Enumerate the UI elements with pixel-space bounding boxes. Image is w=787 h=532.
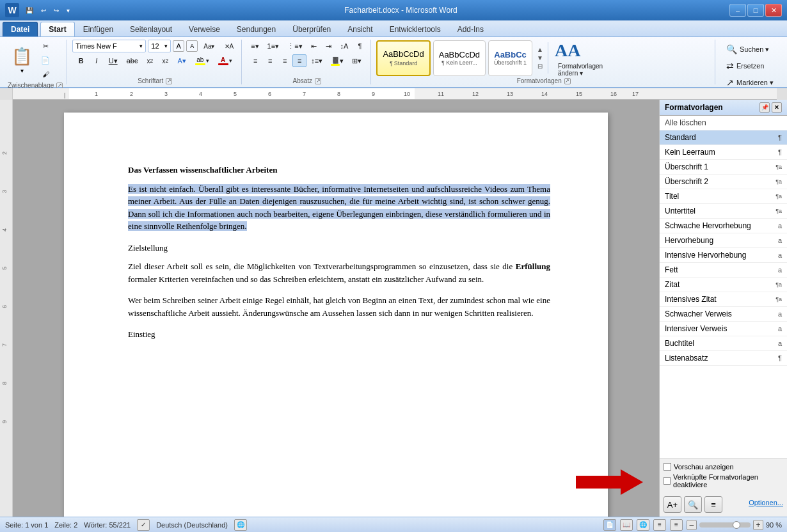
minimize-btn[interactable]: – xyxy=(729,4,746,17)
panel-close-btn[interactable]: ✕ xyxy=(772,102,782,113)
format-item-schwacher-verweis[interactable]: Schwacher Verweis a xyxy=(660,307,787,322)
tab-start[interactable]: Start xyxy=(40,22,74,36)
markieren-btn[interactable]: ↗ Markieren ▾ xyxy=(720,75,779,90)
tab-datei[interactable]: Datei xyxy=(3,22,38,36)
ruler-main[interactable]: | 1 2 3 4 5 6 7 8 9 10 11 12 13 14 15 16… xyxy=(13,88,777,100)
fmt-scroll-up[interactable]: ▲ xyxy=(537,46,543,53)
format-item-zitat[interactable]: Zitat ¶a xyxy=(660,278,787,292)
tab-einfuegen[interactable]: Einfügen xyxy=(75,22,122,36)
font-case-btn[interactable]: Aa▾ xyxy=(200,40,218,52)
view-read-btn[interactable]: 📖 xyxy=(620,519,633,531)
panel-pin-btn[interactable]: 📌 xyxy=(759,102,770,113)
zoom-minus-btn[interactable]: – xyxy=(687,520,697,530)
copy-button[interactable]: 📄 xyxy=(37,54,54,66)
italic-button[interactable]: I xyxy=(90,54,104,67)
zoom-plus-btn[interactable]: + xyxy=(753,520,763,530)
save-quick-btn[interactable]: 💾 xyxy=(23,6,36,15)
vorschau-checkbox[interactable] xyxy=(664,463,671,471)
maximize-btn[interactable]: □ xyxy=(747,4,764,17)
new-format-btn[interactable]: A+ xyxy=(664,496,681,513)
subscript-button[interactable]: x2 xyxy=(143,54,157,67)
align-right-btn[interactable]: ≡ xyxy=(278,54,292,67)
pilcrow-btn[interactable]: ¶ xyxy=(353,40,367,52)
indent-decrease-btn[interactable]: ⇤ xyxy=(307,40,321,52)
format-item-titel[interactable]: Titel ¶a xyxy=(660,189,787,204)
align-left-btn[interactable]: ≡ xyxy=(248,54,262,67)
format-item-buchtitel[interactable]: Buchtitel a xyxy=(660,336,787,351)
language-btn[interactable]: 🌐 xyxy=(234,519,247,531)
format-item-intensives-zitat[interactable]: Intensives Zitat ¶a xyxy=(660,292,787,307)
view-print-btn[interactable]: 📄 xyxy=(603,519,616,531)
strikethrough-button[interactable]: abc xyxy=(123,54,142,67)
font-grow-btn[interactable]: A xyxy=(173,40,184,52)
font-clear-btn[interactable]: ✕A xyxy=(221,40,238,52)
schriftart-expander[interactable]: ↗ xyxy=(166,78,172,84)
fmt-expand[interactable]: ⊟ xyxy=(537,63,543,70)
undo-quick-btn[interactable]: ↩ xyxy=(38,6,49,15)
customize-quick-btn[interactable]: ▾ xyxy=(64,6,72,15)
suchen-btn[interactable]: 🔍 Suchen ▾ xyxy=(720,42,775,56)
format-scroll-btns[interactable]: ▲ ▼ ⊟ xyxy=(535,46,545,70)
verknuepfte-checkbox-row[interactable]: Verknüpfte Formatvorlagen deaktiviere xyxy=(664,473,783,489)
format-item-fett[interactable]: Fett a xyxy=(660,263,787,278)
text-effect-btn[interactable]: A▾ xyxy=(173,54,189,67)
format-item-untertitel[interactable]: Untertitel ¶a xyxy=(660,204,787,219)
font-name-select[interactable]: Times New F ▾ xyxy=(72,40,146,52)
fmt-scroll-down[interactable]: ▼ xyxy=(537,54,543,61)
indent-increase-btn[interactable]: ⇥ xyxy=(322,40,336,52)
align-center-btn[interactable]: ≡ xyxy=(263,54,277,67)
tab-seitenlayout[interactable]: Seitenlayout xyxy=(122,22,180,36)
tab-ansicht[interactable]: Ansicht xyxy=(339,22,381,36)
tab-entwicklertools[interactable]: Entwicklertools xyxy=(381,22,449,36)
document-area[interactable]: Das Verfassen wissenschaftlicher Arbeite… xyxy=(13,100,659,517)
list-bullet-btn[interactable]: ≡▾ xyxy=(247,40,262,52)
format-alle-loschen[interactable]: Alle löschen xyxy=(660,116,787,130)
zoom-thumb[interactable] xyxy=(733,521,740,529)
format-item-schwache-herv[interactable]: Schwache Hervorhebung a xyxy=(660,219,787,233)
close-btn[interactable]: ✕ xyxy=(765,4,782,17)
list-multi-btn[interactable]: ⋮≡▾ xyxy=(283,40,306,52)
style-inspector-btn[interactable]: 🔍 xyxy=(684,496,702,513)
verknuepfte-checkbox[interactable] xyxy=(664,477,671,485)
spelling-check-btn[interactable]: ✓ xyxy=(137,519,150,531)
format-item-listenabsatz[interactable]: Listenabsatz ¶ xyxy=(660,351,787,366)
tab-sendungen[interactable]: Sendungen xyxy=(228,22,284,36)
paste-button[interactable]: 📋 ▾ xyxy=(8,46,36,74)
list-number-btn[interactable]: 1≡▾ xyxy=(264,40,283,52)
shading-btn[interactable]: ▓ ▾ xyxy=(327,54,347,67)
format-card-ueberschrift1[interactable]: AaBbCc Überschrift 1 xyxy=(488,40,532,76)
format-item-ueberschrift2[interactable]: Überschrift 2 ¶a xyxy=(660,175,787,189)
format-item-kein-leerraum[interactable]: Kein Leerraum ¶ xyxy=(660,145,787,160)
ersetzen-btn[interactable]: ⇄ Ersetzen xyxy=(720,59,770,73)
format-card-standard[interactable]: AaBbCcDd ¶Standard xyxy=(376,40,430,76)
optionen-link[interactable]: Optionen... xyxy=(749,499,783,506)
align-justify-btn[interactable]: ≡ xyxy=(292,54,306,67)
zoom-slider[interactable] xyxy=(699,522,751,528)
superscript-button[interactable]: x2 xyxy=(158,54,172,67)
zwischenablage-expander[interactable]: ↗ xyxy=(56,82,63,89)
bold-button[interactable]: B xyxy=(74,54,88,67)
font-color-btn[interactable]: A ▾ xyxy=(214,54,236,67)
format-card-kein-leerraum[interactable]: AaBbCcDd ¶ Kein Leerr... xyxy=(433,40,486,76)
view-draft-btn[interactable]: ≡ xyxy=(670,519,683,531)
format-item-intensiver-verweis[interactable]: Intensiver Verweis a xyxy=(660,322,787,336)
format-copy-button[interactable]: 🖌 xyxy=(37,68,54,81)
font-size-select[interactable]: 12 ▾ xyxy=(148,40,171,52)
manage-styles-btn[interactable]: ≡ xyxy=(704,496,722,513)
view-web-btn[interactable]: 🌐 xyxy=(637,519,649,531)
view-outline-btn[interactable]: ≡ xyxy=(653,519,666,531)
redo-quick-btn[interactable]: ↪ xyxy=(51,6,61,15)
big-format-icon[interactable]: AA xyxy=(555,40,606,61)
text-highlight-btn[interactable]: ab ▾ xyxy=(191,54,213,67)
formatvorlagen-aendern-btn[interactable]: Formatvorlagenändern ▾ xyxy=(555,63,606,76)
vorschau-checkbox-row[interactable]: Vorschau anzeigen xyxy=(664,463,783,471)
tab-ueberpruefen[interactable]: Überprüfen xyxy=(284,22,339,36)
format-item-intensive-herv[interactable]: Intensive Hervorhebung a xyxy=(660,248,787,263)
cut-button[interactable]: ✂ xyxy=(37,40,54,52)
formatvorlagen-expander[interactable]: ↗ xyxy=(564,78,571,84)
format-item-hervorhebung[interactable]: Hervorhebung a xyxy=(660,233,787,248)
border-btn[interactable]: ⊞▾ xyxy=(348,54,365,67)
format-item-ueberschrift1[interactable]: Überschrift 1 ¶a xyxy=(660,160,787,175)
format-item-standard[interactable]: Standard ¶ xyxy=(660,130,787,145)
tab-verweise[interactable]: Verweise xyxy=(180,22,228,36)
